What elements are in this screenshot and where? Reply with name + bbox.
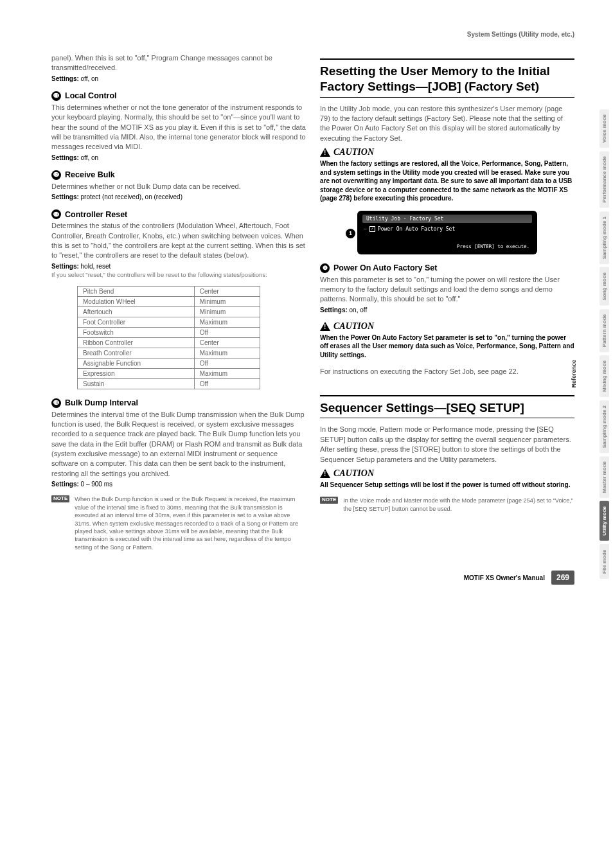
ctl-name: Ribbon Controller	[78, 337, 195, 348]
mode-tabs: Voice mode Performance mode Sampling mod…	[600, 109, 609, 579]
controller-reset-settings: Settings: hold, reset	[51, 263, 306, 270]
ctl-val: Minimum	[194, 296, 260, 306]
table-row: Foot ControllerMaximum	[78, 317, 260, 327]
ctl-val: Center	[194, 337, 260, 348]
bulk-dump-note-text: When the Bulk Dump function is used or t…	[75, 495, 306, 551]
lcd-row-label: Power On Auto Factory Set	[378, 226, 455, 232]
badge-1: ❶	[320, 263, 330, 273]
receive-bulk-settings: Settings: protect (not received), on (re…	[51, 193, 306, 200]
seq-setup-heading: Sequencer Settings—[SEQ SETUP]	[320, 395, 574, 419]
power-on-auto-para: When this parameter is set to "on," turn…	[320, 275, 574, 305]
lcd-row: — ✓ Power On Auto Factory Set	[362, 225, 532, 233]
seq-setup-note: NOTE In the Voice mode and Master mode w…	[320, 497, 574, 513]
receive-bulk-para: Determines whether or not Bulk Dump data…	[51, 182, 306, 191]
controller-reset-title: Controller Reset	[65, 210, 127, 219]
caution-body-3: All Sequencer Setup settings will be los…	[320, 481, 574, 490]
left-column: panel). When this is set to "off," Progr…	[51, 53, 306, 551]
factory-reset-heading: Resetting the User Memory to the Initial…	[320, 58, 574, 98]
local-control-title: Local Control	[65, 91, 117, 100]
bulk-dump-interval-title: Bulk Dump Interval	[65, 398, 138, 407]
table-row: Ribbon ControllerCenter	[78, 337, 260, 348]
ctl-name: Sustain	[78, 378, 195, 389]
ctl-val: Center	[194, 286, 260, 296]
caution-heading-3: CAUTION	[320, 468, 574, 479]
power-on-auto-settings-value: on, off	[350, 306, 368, 314]
page-footer: MOTIF XS Owner's Manual 269	[51, 571, 574, 585]
power-on-auto-heading: ❶ Power On Auto Factory Set	[320, 263, 574, 273]
receive-bulk-settings-value: protect (not received), on (received)	[81, 193, 182, 200]
warning-triangle-icon	[320, 148, 330, 157]
ctl-val: Maximum	[194, 348, 260, 358]
ctl-val: Minimum	[194, 306, 260, 317]
warning-triangle-icon	[320, 322, 330, 331]
seq-setup-note-text: In the Voice mode and Master mode with t…	[343, 497, 574, 513]
seq-setup-para: In the Song mode, Pattern mode or Perfor…	[320, 425, 574, 465]
screenshot-marker-1: 1	[346, 229, 355, 238]
right-column: Resetting the User Memory to the Initial…	[320, 53, 574, 551]
badge-12: ⓬	[51, 170, 61, 180]
tab-performance-mode[interactable]: Performance mode	[600, 151, 609, 208]
tab-master-mode[interactable]: Master mode	[600, 456, 609, 498]
tab-file-mode[interactable]: File mode	[600, 544, 609, 579]
tab-utility-mode[interactable]: Utility mode	[600, 501, 609, 541]
local-control-settings: Settings: off, on	[51, 154, 306, 161]
bulk-dump-interval-heading: ⓮ Bulk Dump Interval	[51, 398, 306, 408]
note-icon: NOTE	[51, 495, 69, 502]
caution-body-2: When the Power On Auto Factory Set param…	[320, 333, 574, 360]
two-column-layout: panel). When this is set to "off," Progr…	[51, 53, 574, 551]
ctl-val: Off	[194, 358, 260, 368]
tab-mixing-mode[interactable]: Mixing mode	[600, 355, 609, 397]
tab-sampling-mode-2[interactable]: Sampling mode 2	[600, 400, 609, 453]
ctl-name: Modulation WHeel	[78, 296, 195, 306]
table-row: Breath ControllerMaximum	[78, 348, 260, 358]
tab-pattern-mode[interactable]: Pattern mode	[600, 309, 609, 352]
table-row: AftertouchMinimum	[78, 306, 260, 317]
ctl-val: Off	[194, 327, 260, 337]
lcd-title: Utility Job - Factory Set	[362, 215, 532, 223]
local-control-para: This determines whether or not the tone …	[51, 103, 306, 152]
table-row: Assignable FunctionOff	[78, 358, 260, 368]
ctl-name: Pitch Bend	[78, 286, 195, 296]
warning-triangle-icon	[320, 469, 330, 478]
ctl-name: Foot Controller	[78, 317, 195, 327]
ctl-val: Maximum	[194, 368, 260, 378]
ctl-name: Expression	[78, 368, 195, 378]
note-icon: NOTE	[320, 497, 338, 504]
controller-reset-para: Determines the status of the controllers…	[51, 221, 306, 261]
badge-14: ⓮	[51, 398, 61, 408]
ctl-val: Off	[194, 378, 260, 389]
controller-reset-table: Pitch BendCenter Modulation WHeelMinimum…	[77, 286, 260, 389]
caution-heading-2: CAUTION	[320, 321, 574, 332]
badge-11: ⓫	[51, 91, 61, 101]
manual-title: MOTIF XS Owner's Manual	[464, 574, 545, 581]
ctl-name: Assignable Function	[78, 358, 195, 368]
tab-sampling-mode-1[interactable]: Sampling mode 1	[600, 211, 609, 264]
receive-bulk-title: Receive Bulk	[65, 170, 115, 179]
page-number: 269	[551, 571, 574, 585]
controller-reset-note: If you select "reset," the controllers w…	[51, 271, 306, 279]
table-row: FootswitchOff	[78, 327, 260, 337]
bulk-dump-interval-para: Determines the interval time of the Bulk…	[51, 410, 306, 479]
intro-paragraph: panel). When this is set to "off," Progr…	[51, 53, 306, 73]
local-control-settings-value: off, on	[81, 154, 99, 161]
controller-reset-settings-value: hold, reset	[81, 263, 111, 270]
caution-heading-1: CAUTION	[320, 147, 574, 157]
tab-song-mode[interactable]: Song mode	[600, 267, 609, 306]
local-control-heading: ⓫ Local Control	[51, 91, 306, 101]
tab-voice-mode[interactable]: Voice mode	[600, 109, 609, 148]
caution-body-1: When the factory settings are restored, …	[320, 159, 574, 203]
factory-reset-para: In the Utility Job mode, you can restore…	[320, 104, 574, 144]
intro-settings-value: off, on	[81, 75, 99, 82]
ctl-name: Breath Controller	[78, 348, 195, 358]
bulk-dump-note: NOTE When the Bulk Dump function is used…	[51, 495, 306, 551]
intro-settings: Settings: off, on	[51, 75, 306, 82]
caution-label: CAUTION	[333, 468, 374, 479]
caution-label: CAUTION	[333, 321, 374, 332]
table-row: ExpressionMaximum	[78, 368, 260, 378]
lcd-box: Utility Job - Factory Set — ✓ Power On A…	[357, 211, 537, 254]
ctl-name: Footswitch	[78, 327, 195, 337]
power-on-auto-settings: Settings: on, off	[320, 306, 574, 314]
badge-13: ⓭	[51, 209, 61, 219]
ctl-name: Aftertouch	[78, 306, 195, 317]
chapter-header: System Settings (Utility mode, etc.)	[51, 31, 574, 38]
